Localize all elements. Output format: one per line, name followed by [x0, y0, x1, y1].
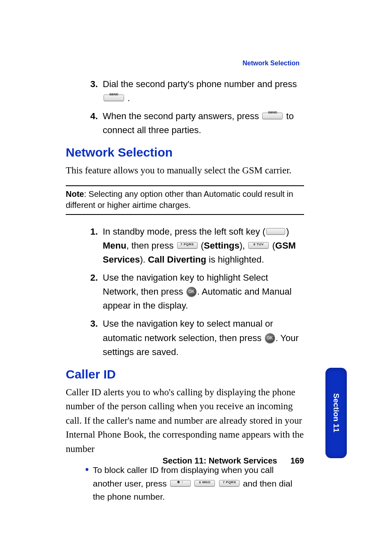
- page-content: 3. Dial the second party's phone number …: [66, 77, 304, 504]
- section-tab-label: Section 11: [332, 393, 341, 432]
- note-body: : Selecting any option other than Automa…: [66, 189, 293, 210]
- key-6-icon: 6 MNO: [194, 480, 215, 487]
- step-number: 2.: [66, 271, 103, 313]
- call-diverting-label: Call Diverting: [148, 254, 206, 265]
- text: is highlighted.: [206, 254, 264, 265]
- step-3: 3. Dial the second party's phone number …: [66, 77, 304, 105]
- page-number: 169: [279, 456, 304, 466]
- send-key-icon: SEND: [104, 95, 124, 101]
- network-steps-list: 1. In standby mode, press the left soft …: [66, 225, 304, 359]
- text: ): [286, 226, 289, 237]
- network-step-3: 3. Use the navigation key to select manu…: [66, 317, 304, 359]
- step-body: Use the navigation key to select manual …: [103, 317, 304, 359]
- network-selection-intro: This feature allows you to manually sele…: [66, 164, 304, 178]
- text: (: [270, 240, 275, 251]
- step-number: 4.: [66, 109, 103, 137]
- text: ),: [240, 240, 248, 251]
- text: .: [127, 93, 130, 103]
- ok-key-icon: OK: [187, 287, 196, 297]
- bullet-body: To block caller ID from displaying when …: [93, 464, 304, 504]
- step-4: 4. When the second party answers, press …: [66, 109, 304, 137]
- text: ).: [140, 254, 148, 265]
- step-body: When the second party answers, press SEN…: [103, 109, 304, 137]
- step-number: 3.: [66, 317, 103, 359]
- caller-id-heading: Caller ID: [66, 367, 304, 381]
- text: When the second party answers, press: [103, 111, 261, 121]
- page-footer: Section 11: Network Services 169: [66, 456, 304, 466]
- footer-section-title: Section 11: Network Services: [162, 456, 277, 465]
- step-body: Dial the second party's phone number and…: [103, 77, 304, 105]
- network-step-2: 2. Use the navigation key to highlight S…: [66, 271, 304, 313]
- bullet-icon: •: [66, 464, 93, 504]
- ok-key-icon: OK: [265, 333, 275, 343]
- step-number: 1.: [66, 225, 103, 267]
- text: , then press: [126, 240, 176, 251]
- section-tab: Section 11: [325, 368, 347, 458]
- step-number: 3.: [66, 77, 103, 105]
- network-step-1: 1. In standby mode, press the left soft …: [66, 225, 304, 267]
- text: In standby mode, press the left soft key…: [103, 226, 265, 237]
- caller-id-bullets: • To block caller ID from displaying whe…: [66, 464, 304, 504]
- note-box: Note: Selecting any option other than Au…: [66, 185, 304, 215]
- step-body: In standby mode, press the left soft key…: [103, 225, 304, 267]
- text: Dial the second party's phone number and…: [103, 79, 297, 89]
- step-body: Use the navigation key to highlight Sele…: [103, 271, 304, 313]
- key-7-icon: 7 PQRS: [177, 242, 198, 249]
- send-key-icon: SEND: [262, 113, 283, 119]
- running-head-link: Network Selection: [242, 60, 300, 67]
- key-7-icon: 7 PQRS: [219, 480, 240, 487]
- text: Use the navigation key to select manual …: [103, 318, 273, 343]
- note-label: Note: [66, 189, 84, 198]
- list-item: • To block caller ID from displaying whe…: [66, 464, 304, 504]
- key-8-icon: 8 TUV: [248, 242, 269, 249]
- text: (: [198, 240, 204, 251]
- settings-label: Settings: [204, 240, 240, 251]
- soft-key-icon: [266, 228, 285, 235]
- caller-id-intro: Caller ID alerts you to who's calling by…: [66, 385, 304, 457]
- continued-steps-list: 3. Dial the second party's phone number …: [66, 77, 304, 137]
- key-star-icon: ✱ ↑: [170, 480, 191, 487]
- network-selection-heading: Network Selection: [66, 145, 304, 159]
- menu-label: Menu: [103, 240, 126, 251]
